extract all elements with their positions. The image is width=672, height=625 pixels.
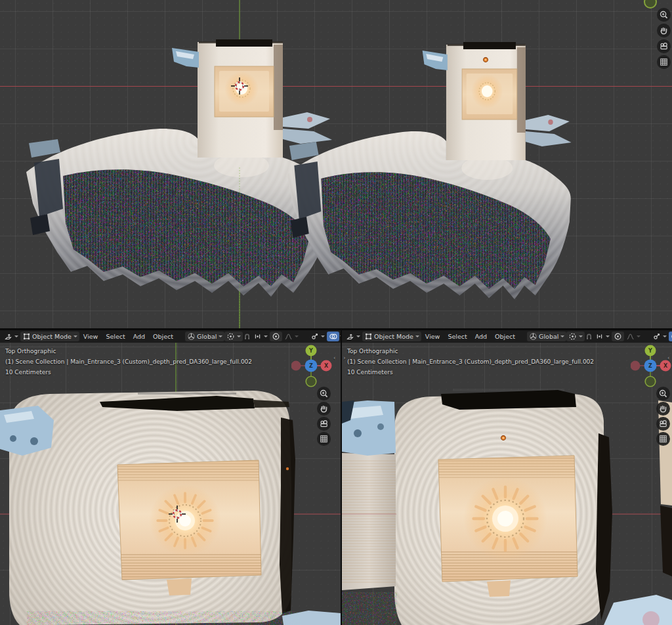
zoom-button[interactable] bbox=[656, 387, 670, 400]
editor-type-icon bbox=[346, 332, 354, 341]
menu-add[interactable]: Add bbox=[471, 333, 491, 340]
menu-select[interactable]: Select bbox=[444, 333, 471, 340]
pan-button[interactable] bbox=[657, 24, 671, 37]
viewport-header-left: Object Mode View Select Add Object Globa… bbox=[0, 330, 341, 343]
pivot-point-selector[interactable] bbox=[566, 332, 585, 341]
camera-view-button[interactable] bbox=[317, 417, 331, 431]
proportional-editing-toggle[interactable] bbox=[612, 332, 624, 341]
editor-type-icon bbox=[4, 332, 12, 341]
grid-display-button[interactable] bbox=[657, 55, 671, 69]
grid-display-button[interactable] bbox=[656, 432, 670, 446]
chevron-down-icon bbox=[356, 335, 360, 337]
chevron-down-icon bbox=[560, 335, 564, 337]
svg-text:Z: Z bbox=[309, 363, 313, 369]
viewport-header-right: Object Mode View Select Add Object Globa… bbox=[342, 330, 672, 343]
viewport-nav-controls bbox=[657, 8, 671, 69]
zoom-button[interactable] bbox=[317, 387, 331, 400]
editor-type-button[interactable] bbox=[2, 332, 20, 341]
gizmo-axis-y-neg[interactable] bbox=[645, 376, 656, 387]
mode-selector[interactable]: Object Mode bbox=[20, 332, 79, 341]
blender-window: Object Mode View Select Add Object Globa… bbox=[0, 0, 672, 625]
proportional-editing-toggle[interactable] bbox=[270, 332, 282, 341]
svg-text:X: X bbox=[324, 363, 329, 369]
menu-object[interactable]: Object bbox=[149, 333, 177, 340]
sidebar-toggle[interactable]: ‹ bbox=[667, 355, 670, 361]
proportional-falloff-selector[interactable] bbox=[282, 332, 301, 341]
chevron-down-icon bbox=[606, 335, 610, 337]
editor-type-button[interactable] bbox=[344, 332, 362, 341]
chevron-down-icon bbox=[415, 335, 419, 337]
snap-target-selector[interactable] bbox=[593, 332, 612, 341]
chevron-down-icon bbox=[237, 335, 241, 337]
viewport-nav-controls bbox=[317, 387, 331, 446]
orientation-label: Global bbox=[197, 333, 217, 340]
falloff-curve-icon bbox=[626, 332, 635, 341]
grid-display-icon bbox=[658, 434, 668, 444]
sidebar-toggle[interactable]: ‹ bbox=[333, 355, 336, 361]
show-gizmos-button[interactable] bbox=[650, 332, 669, 341]
viewport-bottom-right[interactable] bbox=[342, 343, 672, 625]
proportional-editing-icon bbox=[614, 332, 622, 341]
area-divider-vertical[interactable] bbox=[341, 328, 342, 625]
orientation-globe-icon bbox=[529, 332, 537, 341]
snap-magnet-icon[interactable] bbox=[243, 332, 251, 341]
pan-button[interactable] bbox=[656, 402, 670, 416]
orientation-globe-icon bbox=[187, 332, 196, 341]
chevron-down-icon bbox=[579, 335, 583, 337]
mode-label: Object Mode bbox=[374, 333, 413, 340]
gizmo-axis-x-neg[interactable] bbox=[631, 361, 640, 371]
show-overlays-button[interactable] bbox=[669, 332, 672, 341]
navigation-gizmo[interactable]: Y X Z bbox=[631, 344, 671, 388]
transform-orientation-selector[interactable]: Global bbox=[527, 332, 566, 341]
object-mode-icon bbox=[364, 332, 373, 341]
gizmo-axis-y-neg[interactable] bbox=[306, 376, 316, 387]
svg-text:Y: Y bbox=[648, 348, 652, 354]
proportional-editing-icon bbox=[272, 332, 280, 341]
viewport-top[interactable] bbox=[0, 0, 672, 328]
camera-view-icon bbox=[659, 41, 669, 51]
svg-text:X: X bbox=[663, 363, 668, 369]
svg-text:Y: Y bbox=[308, 348, 313, 354]
chevron-down-icon bbox=[219, 335, 222, 337]
viewport-bottom-left[interactable] bbox=[0, 343, 341, 625]
menu-select[interactable]: Select bbox=[102, 333, 129, 340]
menu-object[interactable]: Object bbox=[491, 333, 519, 340]
pivot-point-icon bbox=[568, 332, 577, 341]
gizmo-axis-x-neg[interactable] bbox=[291, 361, 301, 371]
mode-label: Object Mode bbox=[32, 333, 72, 340]
pan-button[interactable] bbox=[317, 402, 331, 416]
chevron-down-icon bbox=[74, 335, 77, 337]
pivot-point-selector[interactable] bbox=[224, 332, 243, 341]
chevron-down-icon bbox=[321, 335, 325, 337]
camera-view-button[interactable] bbox=[656, 417, 670, 431]
snap-magnet-icon[interactable] bbox=[585, 332, 593, 341]
camera-view-icon bbox=[658, 419, 668, 429]
zoom-icon bbox=[658, 389, 668, 399]
viewport-nav-controls bbox=[656, 387, 670, 446]
chevron-down-icon[interactable] bbox=[340, 335, 341, 337]
snap-target-icon bbox=[595, 332, 604, 341]
zoom-icon bbox=[319, 389, 329, 399]
chevron-down-icon bbox=[14, 335, 18, 337]
proportional-falloff-selector[interactable] bbox=[624, 332, 642, 341]
menu-add[interactable]: Add bbox=[129, 333, 149, 340]
camera-view-button[interactable] bbox=[657, 39, 671, 53]
zoom-button[interactable] bbox=[657, 8, 671, 22]
show-gizmos-icon bbox=[652, 332, 661, 341]
snap-target-icon bbox=[253, 332, 262, 341]
show-gizmos-button[interactable] bbox=[308, 332, 327, 341]
transform-orientation-selector[interactable]: Global bbox=[185, 332, 224, 341]
menu-view[interactable]: View bbox=[421, 333, 444, 340]
zoom-icon bbox=[659, 10, 669, 20]
chevron-down-icon bbox=[663, 335, 667, 337]
mode-selector[interactable]: Object Mode bbox=[362, 332, 421, 341]
snap-target-selector[interactable] bbox=[251, 332, 270, 341]
navigation-gizmo[interactable]: Y X Z bbox=[291, 344, 332, 388]
show-gizmos-icon bbox=[310, 332, 319, 341]
show-overlays-button[interactable] bbox=[327, 332, 339, 341]
grid-display-button[interactable] bbox=[317, 432, 331, 446]
pivot-point-icon bbox=[226, 332, 235, 341]
orientation-label: Global bbox=[539, 333, 558, 340]
menu-view[interactable]: View bbox=[79, 333, 102, 340]
toolbar-toggle[interactable]: › bbox=[343, 355, 346, 361]
